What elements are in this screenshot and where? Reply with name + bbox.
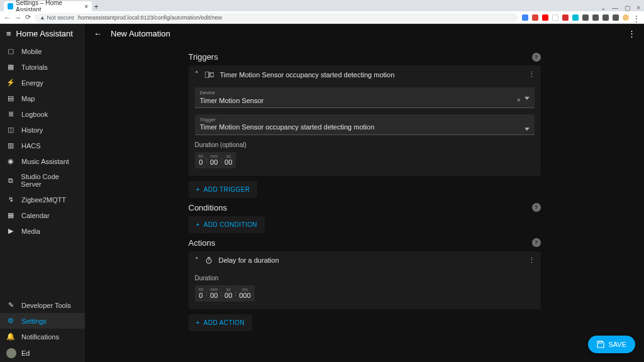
close-window-icon[interactable]: × — [636, 4, 640, 11]
section-triggers-title: Triggers — [189, 52, 218, 62]
zigbee-icon: ↯ — [6, 195, 15, 204]
maximize-icon[interactable]: ▢ — [625, 4, 630, 11]
bell-icon: 🔔 — [6, 332, 15, 341]
plus-icon: + — [196, 186, 200, 193]
sidebar-item-history[interactable]: ◫History — [0, 122, 85, 138]
trigger-label: Trigger — [200, 117, 525, 123]
device-icon — [205, 72, 214, 78]
extension-icon[interactable] — [542, 14, 548, 21]
sidebar-item-mobile[interactable]: ▢Mobile — [0, 43, 85, 59]
page-overflow-menu[interactable]: ⋮ — [628, 29, 635, 38]
url-text: homeassistantprod.local:8123/config/auto… — [78, 14, 222, 21]
topbar: ← New Automation ⋮ — [85, 24, 644, 43]
sidebar-item-calendar[interactable]: ▦Calendar — [0, 207, 85, 223]
section-actions-title: Actions — [189, 238, 216, 248]
close-tab-icon[interactable]: × — [84, 3, 88, 10]
sidebar-item-energy[interactable]: ⚡Energy — [0, 75, 85, 90]
add-trigger-button[interactable]: +ADD TRIGGER — [189, 181, 258, 198]
browser-tab[interactable]: Settings – Home Assistant × — [4, 1, 92, 11]
extension-icon[interactable] — [532, 14, 538, 21]
app-title: Home Assistant — [16, 29, 73, 38]
code-icon: ⧉ — [6, 177, 14, 185]
action-summary: Delay for a duration — [219, 256, 279, 264]
hammer-icon: ✎ — [6, 301, 15, 309]
extension-icon[interactable] — [592, 14, 599, 21]
save-icon — [597, 341, 604, 348]
sidebar-item-devtools[interactable]: ✎Developer Tools — [0, 297, 85, 313]
trigger-field[interactable]: Trigger Timer Motion Sensor occupancy st… — [195, 114, 535, 135]
extension-icon[interactable] — [562, 14, 569, 21]
reload-button[interactable]: ⟳ — [25, 13, 31, 21]
media-icon: ▶ — [6, 227, 15, 235]
timer-icon — [205, 256, 213, 264]
forward-button[interactable]: → — [14, 14, 21, 21]
help-icon[interactable]: ? — [532, 238, 541, 247]
page-title: New Automation — [111, 29, 170, 38]
sidebar-item-map[interactable]: ▤Map — [0, 90, 85, 106]
energy-icon: ⚡ — [6, 79, 15, 87]
clear-icon[interactable]: × — [517, 97, 521, 104]
svg-rect-1 — [210, 73, 214, 77]
dashboard-icon: ▦ — [6, 63, 15, 71]
sidebar: ≡ Home Assistant ▢Mobile ▦Tutorials ⚡Ene… — [0, 24, 85, 362]
save-button[interactable]: SAVE — [588, 336, 635, 353]
help-icon[interactable]: ? — [532, 203, 541, 212]
trigger-summary: Timer Motion Sensor occupancy started de… — [220, 71, 395, 79]
play-icon: ◉ — [6, 157, 15, 165]
map-icon: ▤ — [6, 94, 15, 102]
sidebar-item-notifications[interactable]: 🔔Notifications — [0, 329, 85, 344]
chevron-down-icon[interactable]: ⌄ — [601, 4, 606, 11]
extension-icon[interactable] — [552, 14, 558, 21]
avatar — [6, 348, 16, 358]
sidebar-item-settings[interactable]: ⚙Settings — [0, 313, 85, 329]
new-tab-button[interactable]: + — [92, 3, 101, 11]
action-duration[interactable]: hh0 : mm00 : ss00 : ms000 — [195, 285, 255, 302]
sidebar-item-logbook[interactable]: ≣Logbook — [0, 106, 85, 122]
action-card: ˄ Delay for a duration ⋮ Duration hh0 — [189, 251, 541, 309]
store-icon: ▥ — [6, 141, 15, 150]
chart-icon: ◫ — [6, 126, 15, 134]
sidebar-item-hacs[interactable]: ▥HACS — [0, 138, 85, 153]
extension-icon[interactable] — [602, 14, 609, 21]
action-overflow-menu[interactable]: ⋮ — [528, 256, 535, 265]
trigger-value: Timer Motion Sensor occupancy started de… — [200, 123, 375, 131]
not-secure-label: ▲ Not secure — [40, 14, 74, 21]
back-button[interactable]: ← — [4, 14, 11, 21]
profile-icon[interactable] — [623, 14, 629, 21]
sidebar-item-music[interactable]: ◉Music Assistant — [0, 153, 85, 169]
address-bar[interactable]: ▲ Not secure homeassistantprod.local:812… — [35, 13, 518, 22]
add-condition-button[interactable]: +ADD CONDITION — [189, 216, 265, 233]
back-icon[interactable]: ← — [94, 29, 102, 38]
minimize-icon[interactable]: — — [612, 4, 618, 11]
kebab-menu-icon[interactable]: ⋮ — [633, 14, 640, 21]
sidebar-item-tutorials[interactable]: ▦Tutorials — [0, 59, 85, 75]
extension-icon[interactable] — [572, 14, 579, 21]
extensions: ⋮ — [522, 14, 640, 21]
trigger-overflow-menu[interactable]: ⋮ — [528, 70, 535, 79]
collapse-icon[interactable]: ˄ — [195, 70, 199, 79]
sidebar-item-user[interactable]: Ed — [0, 344, 85, 362]
sidebar-item-vscode[interactable]: ⧉Studio Code Server — [0, 169, 85, 192]
list-icon: ≣ — [6, 110, 15, 118]
plus-icon: + — [196, 319, 200, 326]
device-field[interactable]: Device Timer Motion Sensor × — [195, 87, 535, 108]
collapse-icon[interactable]: ˄ — [195, 256, 199, 265]
extension-icon[interactable] — [522, 14, 528, 21]
help-icon[interactable]: ? — [532, 53, 541, 62]
svg-rect-0 — [205, 72, 209, 78]
extension-icon[interactable] — [582, 14, 589, 21]
trigger-duration[interactable]: hh0 : mm00 : ss00 — [195, 152, 236, 168]
section-conditions-title: Conditions — [189, 203, 227, 212]
sidebar-item-media[interactable]: ▶Media — [0, 223, 85, 239]
dropdown-icon[interactable] — [525, 97, 530, 100]
extension-icon[interactable] — [613, 14, 619, 21]
add-action-button[interactable]: +ADD ACTION — [189, 314, 252, 331]
sidebar-item-zigbee[interactable]: ↯Zigbee2MQTT — [0, 192, 85, 207]
sidebar-header[interactable]: ≡ Home Assistant — [0, 24, 85, 43]
plus-icon: + — [196, 221, 200, 228]
device-label: Device — [200, 90, 517, 96]
action-duration-label: Duration — [195, 275, 535, 282]
menu-icon[interactable]: ≡ — [6, 29, 11, 38]
dropdown-icon[interactable] — [525, 128, 530, 131]
calendar-icon: ▦ — [6, 211, 15, 219]
